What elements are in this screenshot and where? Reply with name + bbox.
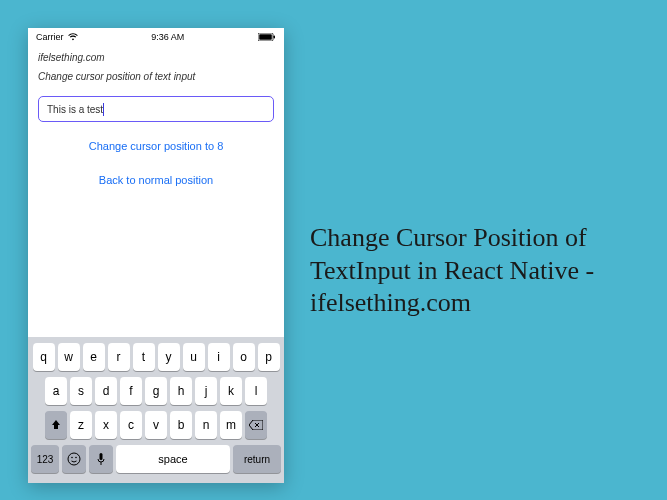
key-z[interactable]: z xyxy=(70,411,92,439)
keyboard-row-1: q w e r t y u i o p xyxy=(31,343,281,371)
key-i[interactable]: i xyxy=(208,343,230,371)
key-k[interactable]: k xyxy=(220,377,242,405)
key-x[interactable]: x xyxy=(95,411,117,439)
page-caption: Change Cursor Position of TextInput in R… xyxy=(310,222,650,320)
svg-rect-1 xyxy=(259,34,272,40)
key-o[interactable]: o xyxy=(233,343,255,371)
key-shift[interactable] xyxy=(45,411,67,439)
key-numbers[interactable]: 123 xyxy=(31,445,59,473)
key-n[interactable]: n xyxy=(195,411,217,439)
text-cursor xyxy=(103,103,104,116)
key-p[interactable]: p xyxy=(258,343,280,371)
clock-label: 9:36 AM xyxy=(151,32,184,42)
key-emoji[interactable] xyxy=(62,445,86,473)
reset-cursor-button[interactable]: Back to normal position xyxy=(38,174,274,186)
status-right xyxy=(258,33,276,41)
key-t[interactable]: t xyxy=(133,343,155,371)
svg-rect-6 xyxy=(100,453,103,460)
phone-frame: Carrier 9:36 AM ifelsething.com Change c… xyxy=(28,28,284,483)
key-u[interactable]: u xyxy=(183,343,205,371)
key-r[interactable]: r xyxy=(108,343,130,371)
key-j[interactable]: j xyxy=(195,377,217,405)
svg-point-4 xyxy=(71,457,73,459)
key-return[interactable]: return xyxy=(233,445,281,473)
key-h[interactable]: h xyxy=(170,377,192,405)
keyboard-row-2: a s d f g h j k l xyxy=(31,377,281,405)
status-left: Carrier xyxy=(36,32,78,42)
key-m[interactable]: m xyxy=(220,411,242,439)
key-g[interactable]: g xyxy=(145,377,167,405)
key-y[interactable]: y xyxy=(158,343,180,371)
key-l[interactable]: l xyxy=(245,377,267,405)
text-input-value: This is a test xyxy=(47,104,103,115)
description-label: Change cursor position of text input xyxy=(38,71,274,82)
key-f[interactable]: f xyxy=(120,377,142,405)
carrier-label: Carrier xyxy=(36,32,64,42)
change-cursor-button[interactable]: Change cursor position to 8 xyxy=(38,140,274,152)
key-b[interactable]: b xyxy=(170,411,192,439)
key-e[interactable]: e xyxy=(83,343,105,371)
keyboard-row-3: z x c v b n m xyxy=(31,411,281,439)
site-label: ifelsething.com xyxy=(38,52,274,63)
key-v[interactable]: v xyxy=(145,411,167,439)
key-backspace[interactable] xyxy=(245,411,267,439)
key-w[interactable]: w xyxy=(58,343,80,371)
key-a[interactable]: a xyxy=(45,377,67,405)
key-c[interactable]: c xyxy=(120,411,142,439)
battery-icon xyxy=(258,33,276,41)
app-content: ifelsething.com Change cursor position o… xyxy=(28,46,284,337)
keyboard-row-4: 123 space return xyxy=(31,445,281,473)
svg-rect-2 xyxy=(273,36,275,39)
wifi-icon xyxy=(68,33,78,41)
keyboard: q w e r t y u i o p a s d f g h j k l z xyxy=(28,337,284,483)
status-bar: Carrier 9:36 AM xyxy=(28,28,284,46)
key-s[interactable]: s xyxy=(70,377,92,405)
key-mic[interactable] xyxy=(89,445,113,473)
svg-point-3 xyxy=(68,453,80,465)
text-input[interactable]: This is a test xyxy=(38,96,274,122)
svg-point-5 xyxy=(75,457,77,459)
key-q[interactable]: q xyxy=(33,343,55,371)
key-d[interactable]: d xyxy=(95,377,117,405)
key-space[interactable]: space xyxy=(116,445,230,473)
